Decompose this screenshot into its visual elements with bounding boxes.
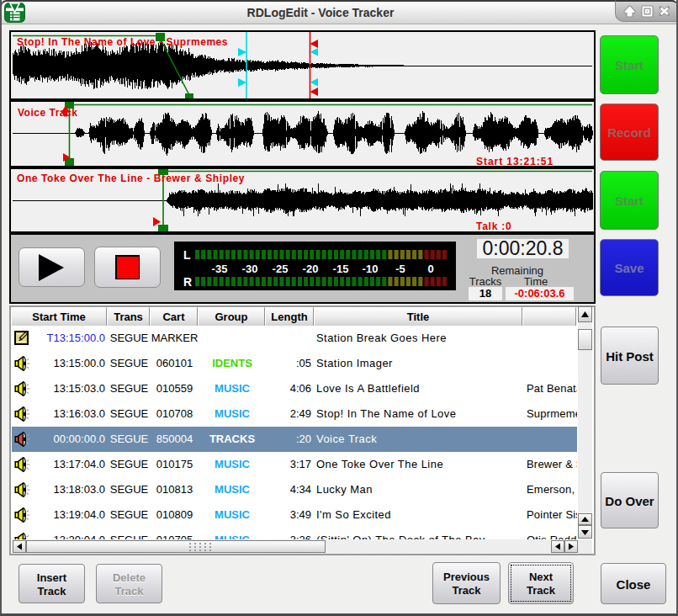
svg-text:0: 0 (427, 263, 433, 275)
svg-text:-15: -15 (333, 263, 349, 275)
svg-text:-30: -30 (242, 263, 258, 275)
svg-text:L: L (183, 248, 191, 262)
svg-text:-25: -25 (273, 263, 289, 275)
svg-text:R: R (183, 275, 192, 289)
svg-text:-5: -5 (395, 263, 405, 275)
svg-text:-35: -35 (212, 263, 228, 275)
svg-text:-10: -10 (363, 263, 379, 275)
svg-text:-20: -20 (303, 263, 319, 275)
